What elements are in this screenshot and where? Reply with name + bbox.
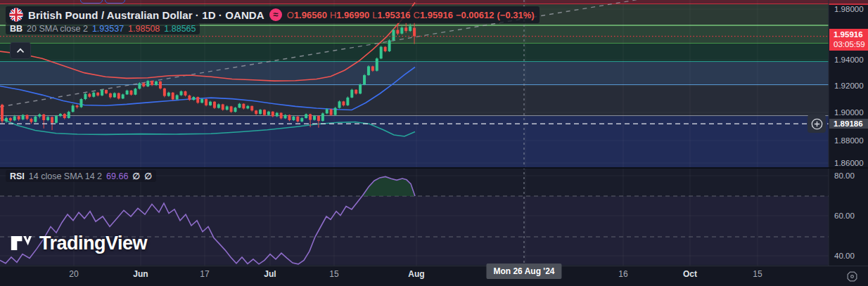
- candle: [1, 104, 4, 124]
- candle: [280, 112, 283, 119]
- crosshair-date-badge: Mon 26 Aug '24: [486, 264, 561, 279]
- open-value: 1.96560: [294, 10, 327, 20]
- zone-fill: [0, 44, 829, 62]
- candle: [350, 89, 353, 98]
- rsi-empty-value-1: ∅: [132, 171, 140, 181]
- price-axis-label: 1.90000: [834, 108, 864, 117]
- tradingview-logo-icon: [9, 231, 33, 255]
- close-value: 1.95916: [420, 10, 453, 20]
- symbol-title[interactable]: British Pound / Australian Dollar · 1D ·…: [28, 9, 264, 21]
- circle-plus-icon: [811, 118, 823, 130]
- rsi-legend-row[interactable]: RSI 14 close SMA 14 2 69.66 ∅ ∅: [6, 170, 156, 182]
- zone-fill: [0, 62, 829, 85]
- bar-close-countdown: 03:05:59: [834, 40, 868, 50]
- change-percent: (−0.31%): [497, 10, 534, 20]
- low-value: 1.95316: [378, 10, 411, 20]
- candle: [238, 103, 241, 108]
- time-axis-label: Jul: [264, 269, 276, 279]
- bb-lower-value: 1.88565: [164, 24, 196, 34]
- candle: [359, 84, 362, 94]
- price-axis-label: 80.00: [834, 171, 855, 180]
- candle: [230, 106, 233, 113]
- symbol-flag-icon: [9, 8, 23, 22]
- candle: [146, 80, 149, 87]
- candle: [234, 107, 237, 112]
- candle: [117, 93, 120, 100]
- clipped-toolbar-button[interactable]: [80, 0, 103, 4]
- candle: [346, 96, 349, 106]
- time-axis-label: 17: [200, 269, 209, 279]
- candle: [338, 100, 341, 109]
- candle: [138, 82, 141, 89]
- tradingview-chart-window: British Pound / Australian Dollar · 1D ·…: [0, 0, 868, 286]
- candle: [367, 65, 370, 76]
- candle: [330, 109, 333, 116]
- candle: [155, 81, 158, 86]
- candle: [101, 89, 103, 96]
- candle: [388, 39, 391, 52]
- clipped-toolbar-button[interactable]: [105, 0, 125, 4]
- rsi-value: 69.66: [106, 171, 128, 181]
- bb-indicator-params: 20 SMA close 2: [27, 24, 88, 34]
- candle: [22, 114, 25, 120]
- price-axis-label: 60.00: [834, 212, 855, 220]
- time-axis-label: 15: [753, 269, 762, 279]
- candle: [122, 93, 125, 99]
- time-axis-label: Aug: [408, 269, 424, 279]
- candle: [172, 92, 174, 100]
- candle: [259, 109, 262, 115]
- chevron-up-icon: [16, 48, 25, 53]
- candle: [205, 98, 208, 106]
- rsi-indicator-params: 14 close SMA 14 2: [29, 171, 102, 181]
- candle: [126, 90, 129, 95]
- bb-basis-value: 1.93537: [92, 24, 124, 34]
- time-axis-label: 15: [329, 269, 338, 279]
- candle: [188, 95, 191, 101]
- candle: [334, 107, 337, 116]
- price-axis-label: 1.88000: [834, 136, 864, 145]
- candle: [392, 29, 395, 41]
- price-axis-label: 1.92000: [834, 82, 864, 90]
- candle: [213, 101, 216, 109]
- time-axis-label: Oct: [683, 269, 697, 279]
- axis-settings-button[interactable]: [844, 270, 860, 282]
- time-axis-label: Jun: [133, 269, 148, 279]
- candle: [159, 81, 162, 89]
- high-value: 1.96990: [336, 10, 369, 20]
- rsi-indicator-name: RSI: [10, 171, 25, 181]
- price-axis-label: 1.98000: [834, 5, 864, 13]
- bb-legend-row[interactable]: BB 20 SMA close 2 1.93537 1.98508 1.8856…: [6, 23, 200, 34]
- candle: [305, 113, 307, 118]
- candle: [68, 111, 70, 119]
- price-axis-label: 1.94000: [834, 56, 864, 64]
- symbol-legend-row[interactable]: British Pound / Australian Dollar · 1D ·…: [6, 6, 540, 23]
- add-alert-plus-button[interactable]: [808, 115, 826, 133]
- last-price-value: 1.95916: [834, 30, 868, 40]
- bb-upper-value: 1.98508: [128, 24, 160, 34]
- candle: [79, 98, 82, 108]
- last-price-badge: 1.95916 03:05:59: [829, 29, 868, 51]
- candle: [380, 46, 383, 59]
- ohlc-values: O1.96560 H1.96990 L1.95316 C1.95916 −0.0…: [287, 10, 535, 20]
- candle: [363, 74, 366, 86]
- candle: [134, 88, 136, 96]
- rsi-empty-value-2: ∅: [144, 171, 152, 181]
- change-value: −0.00612: [456, 10, 494, 20]
- zone-fill: [0, 85, 829, 116]
- price-axis-label: 40.00: [834, 252, 855, 260]
- time-axis-border: [0, 266, 868, 266]
- candle: [84, 93, 87, 100]
- alert-price-badge: 1.89186: [829, 119, 868, 129]
- delayed-data-icon[interactable]: ≈: [269, 8, 282, 21]
- candle: [55, 115, 58, 124]
- candle: [376, 58, 378, 72]
- collapse-legend-button[interactable]: [10, 42, 31, 59]
- candle: [163, 88, 166, 98]
- candle: [321, 112, 324, 122]
- tradingview-logo-text: TradingView: [39, 233, 147, 254]
- pane-separator[interactable]: [0, 167, 868, 169]
- candle: [196, 96, 199, 103]
- bb-indicator-name: BB: [10, 24, 23, 34]
- candle: [222, 104, 224, 111]
- tradingview-logo[interactable]: TradingView: [9, 231, 147, 255]
